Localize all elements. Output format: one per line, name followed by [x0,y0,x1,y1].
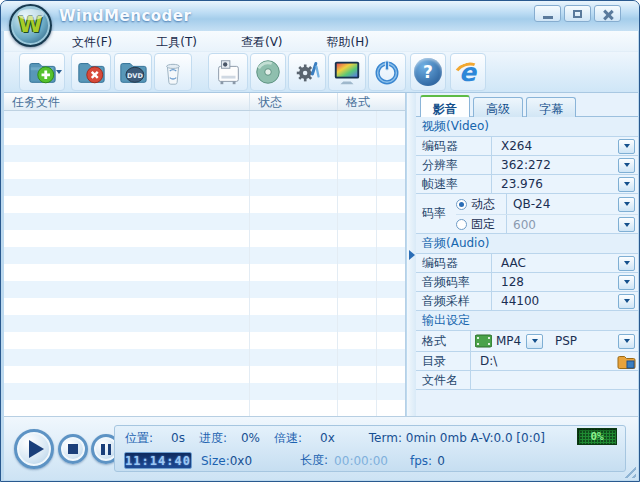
tab-advanced[interactable]: 高级 [473,97,523,117]
column-header-status[interactable]: 状态 [249,93,337,110]
status-row-2: 11:14:40 Size: 0x0 长度: 00:00:00 fps: 0 0… [115,450,625,471]
preview-button[interactable] [328,53,366,91]
field-label: 音频采样 [416,292,492,310]
tab-av[interactable]: 影音 [420,95,470,117]
maximize-icon [573,10,582,18]
chevron-down-icon [624,182,630,189]
output-section-header: 输出设定 [416,311,638,331]
radio-fixed[interactable] [456,219,467,230]
chevron-down-icon [624,163,630,170]
chevron-down-icon [532,339,538,346]
speed-label: 倍速: [274,430,302,447]
column-divider [337,111,338,416]
column-header-taskfile[interactable]: 任务文件 [4,93,249,110]
field-label: 码率 [416,205,456,222]
stop-icon [68,444,78,454]
chevron-down-icon [624,202,630,209]
title-bar[interactable]: W WindMencoder [1,1,639,31]
tab-strip: 影音 高级 字幕 [416,93,638,117]
settings-button[interactable] [288,53,326,91]
dropdown-button[interactable] [618,139,635,154]
table-header: 任务文件 状态 格式 [4,93,405,111]
speed-value: 0x [320,431,335,445]
column-header-format[interactable]: 格式 [337,93,376,110]
ie-browser-icon: e [453,57,483,87]
term-info: Term: 0min 0mb A-V:0.0 [0:0] [369,431,545,445]
minimize-button[interactable] [534,5,561,22]
chevron-down-icon [624,261,630,268]
framerate-value[interactable]: 23.976 [492,177,618,191]
burn-disc-button[interactable] [250,53,286,91]
menu-bar: 文件(F) 工具(T) 查看(V) 帮助(H) [4,31,638,51]
dropdown-button[interactable] [618,294,635,309]
section-title: 视频(Video) [422,118,489,135]
power-icon [372,57,402,87]
audio-bitrate-row: 音频码率 128 [416,273,638,292]
close-icon [603,9,613,19]
output-dir-value[interactable]: D:\ [471,354,617,368]
video-section-header: 视频(Video) [416,117,638,137]
filename-row: 文件名 [416,371,638,390]
folder-dvd-icon: DVD [118,57,148,87]
dropdown-caret-icon[interactable] [56,70,62,77]
dropdown-button[interactable] [618,197,635,212]
bitrate-fixed-option: 固定 600 [456,214,638,234]
menu-file[interactable]: 文件(F) [58,31,126,51]
column-divider [249,111,250,416]
dynamic-bitrate-value[interactable]: QB-24 [507,197,618,211]
field-label: 编码器 [416,137,492,155]
help-button[interactable]: ? [410,53,446,91]
browse-folder-button[interactable] [617,354,636,369]
video-encoder-value[interactable]: X264 [492,139,618,153]
disc-icon [253,57,283,87]
field-label: 编码器 [416,254,492,272]
table-body[interactable] [4,111,405,416]
website-button[interactable]: e [450,53,486,91]
chevron-down-icon [624,280,630,287]
radio-label[interactable]: 固定 [471,215,507,234]
audio-encoder-value[interactable]: AAC [492,256,618,270]
dropdown-button[interactable] [618,275,635,290]
menu-help[interactable]: 帮助(H) [313,31,383,51]
dropdown-button[interactable] [618,217,635,232]
menu-tools[interactable]: 工具(T) [142,31,211,51]
add-task-button[interactable] [19,53,65,91]
dropdown-button[interactable] [618,256,635,271]
maximize-button[interactable] [564,5,591,22]
play-button[interactable] [14,429,54,469]
tab-subtitle[interactable]: 字幕 [526,97,576,117]
menu-view[interactable]: 查看(V) [227,31,297,51]
add-dvd-button[interactable]: DVD [114,53,152,91]
start-encode-button[interactable] [208,53,248,91]
container-format-value[interactable]: MP4 [492,334,526,348]
fps-value: 0 [437,454,445,468]
section-title: 音频(Audio) [422,235,489,252]
audio-sample-row: 音频采样 44100 [416,292,638,311]
dropdown-button[interactable] [618,158,635,173]
field-label: 格式 [416,331,471,351]
size-label: Size: [201,454,230,468]
fps-label: fps: [410,454,432,468]
dropdown-button[interactable] [618,177,635,192]
preset-value[interactable]: PSP [546,334,618,348]
output-dir-row: 目录 D:\ [416,352,638,371]
dropdown-button[interactable] [526,334,543,349]
fixed-bitrate-value[interactable]: 600 [507,218,618,232]
stop-button[interactable] [58,434,88,464]
close-button[interactable] [594,5,621,22]
remove-task-button[interactable] [71,53,111,91]
encode-progress-badge: 0% [577,428,617,445]
timer-display: 11:14:40 [124,452,192,469]
radio-dynamic[interactable] [456,199,467,210]
resolution-value[interactable]: 362:272 [492,158,618,172]
audio-sample-value[interactable]: 44100 [492,294,618,308]
panel-splitter[interactable] [407,93,416,416]
chevron-down-icon [624,223,630,230]
clear-tasks-button[interactable] [154,53,192,91]
audio-bitrate-value[interactable]: 128 [492,275,618,289]
radio-label[interactable]: 动态 [471,194,507,214]
power-button[interactable] [368,53,406,91]
dropdown-button[interactable] [618,334,635,349]
status-bar: 位置: 0s 进度: 0% 倍速: 0x Term: 0min 0mb A-V:… [4,416,638,480]
chevron-down-icon [624,339,630,346]
